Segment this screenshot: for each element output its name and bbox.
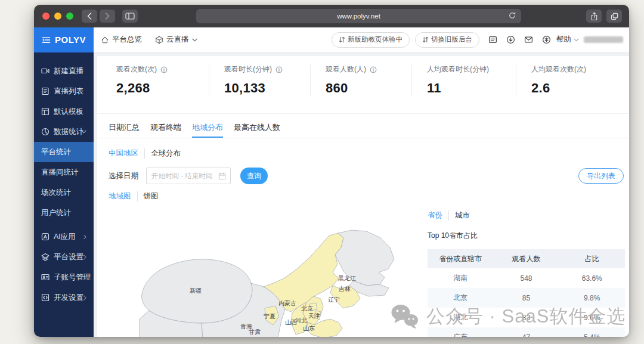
traffic-lights: [42, 13, 73, 20]
ranking-subtitle: Top 10省市占比: [428, 231, 625, 241]
watermark-text: 公众号 · SaaS软件金选: [426, 304, 626, 329]
pill-label: 切换旧版后台: [431, 35, 472, 44]
zoom-window-button[interactable]: [66, 13, 73, 20]
minimize-window-button[interactable]: [54, 13, 61, 20]
points-icon: [542, 35, 551, 44]
account-name-redacted[interactable]: [584, 36, 623, 43]
header-nav-label: 平台总览: [112, 35, 142, 45]
sidebar-item-label: 默认模板: [54, 107, 83, 117]
app-body: 新建直播直播列表默认模板数据统计平台统计直播间统计场次统计用户统计AI应用平台设…: [34, 52, 629, 337]
toggle-option-0[interactable]: 省份: [428, 210, 442, 221]
download-button[interactable]: [503, 32, 518, 48]
chevron-down-icon: [574, 38, 579, 42]
back-button[interactable]: [82, 10, 97, 23]
stat-label: 观看次数(次): [116, 64, 203, 75]
app-header-nav: 平台总览云直播: [101, 35, 197, 45]
collapse-menu-icon: [42, 36, 51, 44]
stats-tabs: 日期汇总观看终端地域分布最高在线人数: [97, 118, 629, 138]
info-icon[interactable]: [370, 66, 377, 73]
stat-label: 人均观看次数(次): [531, 64, 615, 75]
help-label: 帮助: [556, 35, 571, 45]
column-header-province: 省份或直辖市: [428, 254, 493, 264]
stat-label: 观看人数(人): [326, 64, 405, 75]
header-pill-button-1[interactable]: 切换旧版后台: [415, 32, 479, 48]
export-list-button[interactable]: 导出列表: [578, 168, 624, 184]
chevron-down-icon: [81, 130, 86, 134]
stat-value: 860: [326, 80, 405, 96]
info-icon[interactable]: [160, 66, 168, 73]
query-button[interactable]: 查询: [240, 168, 268, 184]
toggle-option-1[interactable]: 城市: [448, 210, 470, 221]
stat-label-text: 观看时长(分钟): [224, 64, 272, 75]
filter-row: 选择日期 查询 导出列表: [109, 167, 624, 185]
header-nav-0[interactable]: 平台总览: [101, 35, 142, 45]
tab-3[interactable]: 最高在线人数: [234, 118, 280, 138]
message-button[interactable]: [485, 32, 500, 48]
sidebar-item-10[interactable]: 子账号管理: [34, 267, 94, 287]
sidebar-item-1[interactable]: 直播列表: [34, 81, 94, 101]
toggle-option-1[interactable]: 全球分布: [144, 148, 181, 159]
reload-icon[interactable]: [508, 11, 516, 20]
date-range-input[interactable]: [151, 172, 216, 179]
help-menu[interactable]: 帮助: [556, 35, 579, 45]
sidebar-item-label: 开发设置: [54, 293, 83, 303]
province-city-toggle: 省份城市: [428, 210, 625, 221]
ranking-table-header: 省份或直辖市 观看人数 占比: [428, 249, 625, 268]
sidebar-item-label: 场次统计: [41, 188, 71, 198]
share-button[interactable]: [586, 10, 602, 23]
chevron-right-icon: [83, 295, 86, 300]
sidebar-item-11[interactable]: 开发设置: [34, 287, 94, 308]
tab-0[interactable]: 日期汇总: [109, 118, 140, 138]
table-row: 湖南54863.6%: [428, 268, 625, 288]
toggle-option-0[interactable]: 中国地区: [109, 148, 138, 159]
close-window-button[interactable]: [42, 13, 49, 20]
points-button[interactable]: [538, 32, 554, 48]
map-view-toggle: 地域图饼图: [109, 191, 159, 202]
tab-2[interactable]: 地域分布: [192, 118, 223, 138]
back-icon: [87, 13, 92, 20]
toggle-option-0[interactable]: 地域图: [109, 191, 131, 202]
mail-button[interactable]: [521, 32, 536, 48]
sidebar-item-3[interactable]: 数据统计: [34, 122, 94, 142]
swap-icon: [422, 36, 429, 43]
calendar-icon: [218, 172, 226, 180]
sidebar-item-2[interactable]: 默认模板: [34, 101, 94, 122]
region-toggle: 中国地区全球分布: [109, 148, 181, 159]
swap-icon: [339, 36, 345, 43]
wechat-icon: [389, 303, 419, 330]
forward-button[interactable]: [100, 10, 115, 23]
sidebar-toggle-button[interactable]: [122, 10, 138, 23]
url-bar[interactable]: www.polyv.net: [196, 9, 521, 23]
stat-label-text: 人均观看时长(分钟): [427, 64, 489, 75]
chevron-right-icon: [83, 275, 86, 280]
logo[interactable]: POLYV: [34, 27, 94, 52]
sidebar-item-9[interactable]: 平台设置: [34, 247, 94, 267]
chevron-down-icon: [192, 38, 197, 42]
date-range-picker[interactable]: [146, 168, 231, 184]
toggle-option-1[interactable]: 饼图: [137, 191, 159, 202]
content-gutter-left: [94, 52, 97, 337]
header-pill-button-0[interactable]: 新版助教页体验中: [332, 32, 410, 48]
table-cell-name: 湖南: [428, 273, 493, 283]
browser-nav-buttons: [82, 10, 138, 23]
sidebar-item-4[interactable]: 平台统计: [34, 142, 94, 162]
sidebar-toggle-icon: [125, 13, 135, 20]
date-filter-label: 选择日期: [109, 171, 138, 181]
china-map[interactable]: 新疆黑龙江吉林辽宁内蒙古北京天津宁夏山西河北山东青海甘肃: [131, 230, 411, 337]
message-icon: [488, 35, 497, 44]
sidebar-item-0[interactable]: 新建直播: [34, 61, 94, 81]
sidebar-item-5[interactable]: 直播间统计: [34, 162, 94, 182]
tabs-overview-button[interactable]: [606, 10, 622, 23]
sidebar-item-7[interactable]: 用户统计: [34, 203, 94, 223]
info-icon[interactable]: [275, 66, 283, 73]
sidebar-item-8[interactable]: AI应用: [34, 227, 94, 247]
share-icon: [590, 12, 598, 21]
sidebar-item-6[interactable]: 场次统计: [34, 182, 94, 203]
cube-icon: [155, 36, 163, 44]
header-nav-1[interactable]: 云直播: [155, 35, 197, 45]
tab-1[interactable]: 观看终端: [150, 118, 181, 138]
url-text: www.polyv.net: [337, 13, 380, 20]
forward-icon: [105, 13, 110, 20]
sidebar-item-label: 数据统计: [54, 127, 83, 137]
browser-window: www.polyv.net POLYV 平台总览云直播 新版助教页体验中切换旧版…: [34, 5, 629, 337]
